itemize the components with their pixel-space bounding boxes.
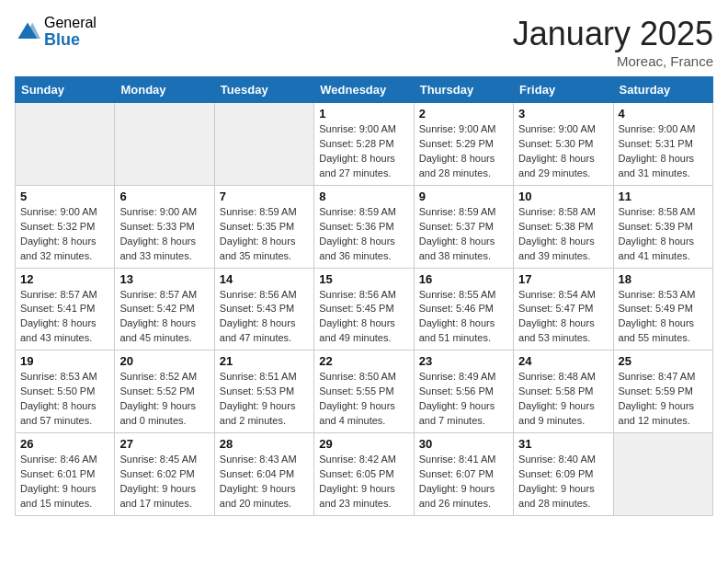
day-number: 3 bbox=[518, 107, 608, 121]
calendar-cell: 4Sunrise: 9:00 AM Sunset: 5:31 PM Daylig… bbox=[613, 103, 712, 186]
day-number: 23 bbox=[419, 354, 508, 368]
day-number: 28 bbox=[220, 437, 309, 451]
day-number: 27 bbox=[119, 437, 209, 451]
day-number: 20 bbox=[119, 354, 209, 368]
calendar-cell: 22Sunrise: 8:50 AM Sunset: 5:55 PM Dayli… bbox=[314, 350, 414, 433]
calendar-cell: 9Sunrise: 8:59 AM Sunset: 5:37 PM Daylig… bbox=[414, 185, 513, 268]
calendar-cell: 3Sunrise: 9:00 AM Sunset: 5:30 PM Daylig… bbox=[514, 103, 613, 186]
calendar-cell: 15Sunrise: 8:56 AM Sunset: 5:45 PM Dayli… bbox=[314, 268, 414, 350]
week-row-2: 5Sunrise: 9:00 AM Sunset: 5:32 PM Daylig… bbox=[16, 185, 713, 268]
day-info: Sunrise: 8:56 AM Sunset: 5:43 PM Dayligh… bbox=[220, 288, 309, 347]
calendar-cell: 5Sunrise: 9:00 AM Sunset: 5:32 PM Daylig… bbox=[16, 185, 115, 268]
day-info: Sunrise: 9:00 AM Sunset: 5:33 PM Dayligh… bbox=[119, 205, 209, 264]
week-row-3: 12Sunrise: 8:57 AM Sunset: 5:41 PM Dayli… bbox=[16, 268, 713, 350]
calendar-cell bbox=[115, 103, 214, 186]
calendar-cell: 6Sunrise: 9:00 AM Sunset: 5:33 PM Daylig… bbox=[115, 185, 214, 268]
week-row-5: 26Sunrise: 8:46 AM Sunset: 6:01 PM Dayli… bbox=[16, 433, 713, 516]
day-info: Sunrise: 9:00 AM Sunset: 5:32 PM Dayligh… bbox=[20, 205, 109, 264]
day-number: 31 bbox=[518, 437, 608, 451]
title-block: January 2025 Moreac, France bbox=[513, 15, 713, 69]
calendar-cell bbox=[16, 103, 115, 186]
calendar-cell: 26Sunrise: 8:46 AM Sunset: 6:01 PM Dayli… bbox=[16, 433, 115, 516]
day-number: 15 bbox=[319, 272, 408, 286]
month-title: January 2025 bbox=[513, 15, 713, 53]
calendar-cell: 1Sunrise: 9:00 AM Sunset: 5:28 PM Daylig… bbox=[314, 103, 414, 186]
day-info: Sunrise: 8:54 AM Sunset: 5:47 PM Dayligh… bbox=[518, 288, 608, 347]
day-number: 2 bbox=[419, 107, 508, 121]
day-info: Sunrise: 8:47 AM Sunset: 5:59 PM Dayligh… bbox=[619, 370, 708, 429]
day-info: Sunrise: 9:00 AM Sunset: 5:28 PM Dayligh… bbox=[319, 122, 408, 181]
day-info: Sunrise: 8:50 AM Sunset: 5:55 PM Dayligh… bbox=[319, 370, 408, 429]
day-info: Sunrise: 8:51 AM Sunset: 5:53 PM Dayligh… bbox=[220, 370, 309, 429]
day-number: 1 bbox=[319, 107, 408, 121]
day-info: Sunrise: 8:45 AM Sunset: 6:02 PM Dayligh… bbox=[119, 453, 209, 511]
day-info: Sunrise: 8:52 AM Sunset: 5:52 PM Dayligh… bbox=[119, 370, 209, 429]
calendar-cell bbox=[613, 433, 712, 516]
day-info: Sunrise: 8:56 AM Sunset: 5:45 PM Dayligh… bbox=[319, 288, 408, 347]
day-number: 18 bbox=[619, 272, 708, 286]
calendar-cell: 27Sunrise: 8:45 AM Sunset: 6:02 PM Dayli… bbox=[115, 433, 214, 516]
calendar-cell: 8Sunrise: 8:59 AM Sunset: 5:36 PM Daylig… bbox=[314, 185, 414, 268]
day-number: 12 bbox=[20, 272, 109, 286]
day-number: 7 bbox=[220, 190, 309, 203]
calendar-cell: 24Sunrise: 8:48 AM Sunset: 5:58 PM Dayli… bbox=[514, 350, 613, 433]
weekday-header-saturday: Saturday bbox=[613, 77, 712, 103]
day-info: Sunrise: 8:53 AM Sunset: 5:50 PM Dayligh… bbox=[20, 370, 109, 429]
day-info: Sunrise: 8:49 AM Sunset: 5:56 PM Dayligh… bbox=[419, 370, 508, 429]
day-number: 5 bbox=[20, 190, 109, 203]
calendar-cell: 12Sunrise: 8:57 AM Sunset: 5:41 PM Dayli… bbox=[16, 268, 115, 350]
day-info: Sunrise: 8:42 AM Sunset: 6:05 PM Dayligh… bbox=[319, 453, 408, 511]
day-number: 11 bbox=[619, 190, 708, 203]
day-number: 8 bbox=[319, 190, 408, 203]
logo: General Blue bbox=[15, 15, 97, 49]
calendar-cell: 30Sunrise: 8:41 AM Sunset: 6:07 PM Dayli… bbox=[414, 433, 513, 516]
week-row-4: 19Sunrise: 8:53 AM Sunset: 5:50 PM Dayli… bbox=[16, 350, 713, 433]
day-info: Sunrise: 9:00 AM Sunset: 5:31 PM Dayligh… bbox=[619, 122, 708, 181]
day-info: Sunrise: 8:59 AM Sunset: 5:35 PM Dayligh… bbox=[220, 205, 309, 264]
day-number: 19 bbox=[20, 354, 109, 368]
day-number: 14 bbox=[220, 272, 309, 286]
weekday-header-thursday: Thursday bbox=[414, 77, 513, 103]
calendar-cell: 18Sunrise: 8:53 AM Sunset: 5:49 PM Dayli… bbox=[613, 268, 712, 350]
logo-blue: Blue bbox=[44, 31, 97, 50]
logo-text: General Blue bbox=[44, 15, 97, 49]
day-info: Sunrise: 8:41 AM Sunset: 6:07 PM Dayligh… bbox=[419, 453, 508, 511]
day-number: 30 bbox=[419, 437, 508, 451]
logo-icon bbox=[15, 19, 40, 45]
day-number: 17 bbox=[518, 272, 608, 286]
day-info: Sunrise: 8:48 AM Sunset: 5:58 PM Dayligh… bbox=[518, 370, 608, 429]
day-info: Sunrise: 8:58 AM Sunset: 5:38 PM Dayligh… bbox=[518, 205, 608, 264]
calendar-cell: 31Sunrise: 8:40 AM Sunset: 6:09 PM Dayli… bbox=[514, 433, 613, 516]
week-row-1: 1Sunrise: 9:00 AM Sunset: 5:28 PM Daylig… bbox=[16, 103, 713, 186]
calendar-cell: 23Sunrise: 8:49 AM Sunset: 5:56 PM Dayli… bbox=[414, 350, 513, 433]
calendar-cell: 13Sunrise: 8:57 AM Sunset: 5:42 PM Dayli… bbox=[115, 268, 214, 350]
day-number: 16 bbox=[419, 272, 508, 286]
calendar-cell: 28Sunrise: 8:43 AM Sunset: 6:04 PM Dayli… bbox=[214, 433, 313, 516]
page-header: General Blue January 2025 Moreac, France bbox=[15, 15, 713, 69]
day-info: Sunrise: 8:46 AM Sunset: 6:01 PM Dayligh… bbox=[20, 453, 109, 511]
day-number: 4 bbox=[619, 107, 708, 121]
logo-general: General bbox=[44, 15, 97, 31]
day-number: 21 bbox=[220, 354, 309, 368]
day-info: Sunrise: 8:58 AM Sunset: 5:39 PM Dayligh… bbox=[619, 205, 708, 264]
day-info: Sunrise: 9:00 AM Sunset: 5:30 PM Dayligh… bbox=[518, 122, 608, 181]
calendar-cell: 16Sunrise: 8:55 AM Sunset: 5:46 PM Dayli… bbox=[414, 268, 513, 350]
day-info: Sunrise: 8:53 AM Sunset: 5:49 PM Dayligh… bbox=[619, 288, 708, 347]
calendar-cell: 2Sunrise: 9:00 AM Sunset: 5:29 PM Daylig… bbox=[414, 103, 513, 186]
day-number: 6 bbox=[119, 190, 209, 203]
calendar-cell: 14Sunrise: 8:56 AM Sunset: 5:43 PM Dayli… bbox=[214, 268, 313, 350]
weekday-header-wednesday: Wednesday bbox=[314, 77, 414, 103]
weekday-header-sunday: Sunday bbox=[16, 77, 115, 103]
calendar-cell bbox=[214, 103, 313, 186]
calendar-table: SundayMondayTuesdayWednesdayThursdayFrid… bbox=[15, 76, 713, 516]
day-number: 10 bbox=[518, 190, 608, 203]
calendar-cell: 20Sunrise: 8:52 AM Sunset: 5:52 PM Dayli… bbox=[115, 350, 214, 433]
day-info: Sunrise: 8:59 AM Sunset: 5:36 PM Dayligh… bbox=[319, 205, 408, 264]
day-number: 25 bbox=[619, 354, 708, 368]
day-info: Sunrise: 8:57 AM Sunset: 5:42 PM Dayligh… bbox=[119, 288, 209, 347]
calendar-cell: 17Sunrise: 8:54 AM Sunset: 5:47 PM Dayli… bbox=[514, 268, 613, 350]
calendar-cell: 11Sunrise: 8:58 AM Sunset: 5:39 PM Dayli… bbox=[613, 185, 712, 268]
calendar-cell: 10Sunrise: 8:58 AM Sunset: 5:38 PM Dayli… bbox=[514, 185, 613, 268]
day-number: 13 bbox=[119, 272, 209, 286]
day-info: Sunrise: 8:55 AM Sunset: 5:46 PM Dayligh… bbox=[419, 288, 508, 347]
